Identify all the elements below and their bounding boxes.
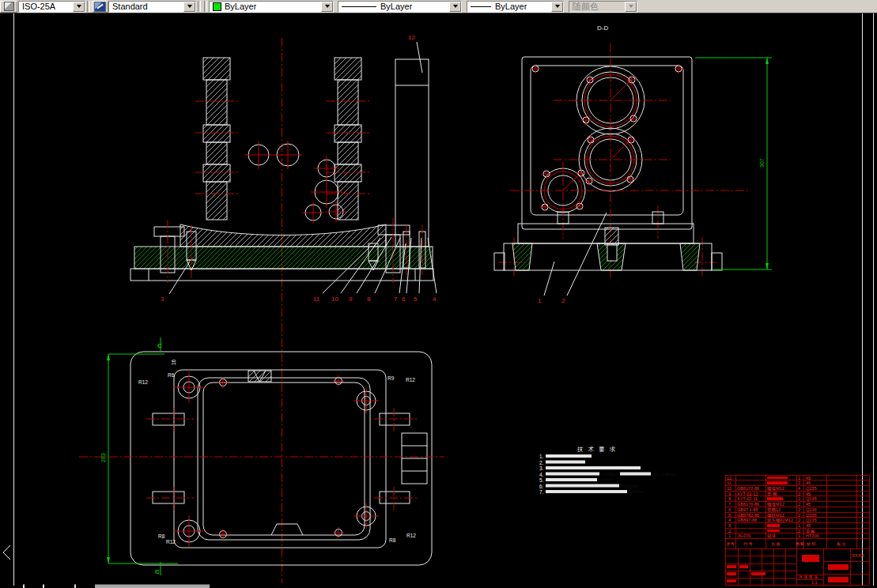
bom-rows: 12145 11245 10GB6172-86螺母M124Q235 9XYT-0… [727,476,819,539]
svg-text:XYT-02-11: XYT-02-11 [737,496,758,501]
part-label-12: 12 [408,34,415,41]
radius-label: R12 [406,377,415,383]
dim-style-combo[interactable]: ISO-25A [18,1,85,13]
dim-style-value: ISO-25A [22,2,55,11]
scrollbar-fragment[interactable] [95,585,210,588]
technical-requirements: 技 术 要 求 1. 2. 3. 4. 0.016mm 0.2—0.5mm. 5… [539,446,677,495]
part-label-7: 7 [394,296,398,303]
svg-text:2: 2 [798,496,800,501]
bearing-screw-holes [531,64,683,212]
svg-text:45: 45 [806,523,811,528]
toolbar-separator [204,1,207,12]
svg-text:GB97.1-85: GB97.1-85 [737,507,758,512]
drawing-canvas[interactable]: 3 11 10 9 8 7 6 5 4 12 D-D [0,13,877,588]
svg-text:1: 1 [798,476,800,481]
radius-label: R12 [138,379,148,385]
chevron-down-icon [625,2,637,12]
part-label-5: 5 [414,296,418,303]
svg-text:1: 1 [798,523,800,528]
svg-text:Q235: Q235 [806,513,816,518]
svg-text:GB6172-86: GB6172-86 [737,486,759,491]
bom-header: 数量 [796,541,804,546]
part-label-8: 8 [367,296,371,303]
color-swatch [213,2,221,11]
tech-req-value: 0.016mm. [620,484,640,488]
bom-header: 序号 [727,541,735,547]
side-section-view: D-D [494,24,772,304]
chevron-down-icon[interactable] [73,2,85,12]
svg-text:HT200: HT200 [806,533,819,538]
svg-text:12: 12 [727,476,731,481]
svg-text:6: 6 [728,507,731,512]
chevron-down-icon[interactable] [449,2,461,12]
svg-text:2: 2 [798,502,800,507]
chevron-down-icon[interactable] [551,2,563,12]
section-line-c: C C [155,337,162,575]
svg-text:XYT-02-12: XYT-02-12 [737,492,758,496]
svg-text:2: 2 [798,481,800,485]
text-style-combo[interactable]: Standard [108,1,196,13]
svg-text:5: 5 [728,513,731,518]
tech-req-value: 0.04mm. [628,489,645,494]
bom-header: 名 称 [771,541,780,546]
svg-text:4: 4 [728,518,731,522]
application-window: ISO-25A Standard ByLayer ByLayer ByLayer [0,0,877,588]
tech-req-no: 4. [539,472,544,477]
drawing-scale: 1:1 [811,580,818,585]
svg-text:Q235: Q235 [806,486,816,491]
svg-text:2: 2 [798,507,800,512]
chevron-down-icon[interactable] [321,2,333,12]
svg-text:金属: 金属 [806,529,815,533]
tech-req-value: 0.016mm [600,472,618,477]
svg-text:GB5782-86: GB5782-86 [737,513,759,518]
svg-text:双头螺柱M12: 双头螺柱M12 [766,518,793,522]
chevron-down-icon[interactable] [183,2,195,12]
tech-req-no: 3. [539,466,544,471]
front-section-view: 3 11 10 9 8 7 6 5 4 12 [130,34,607,583]
plan-view: 283 C C R12 R6 16 R9 R12 R8 R12 R8 R12 [79,337,444,575]
radius-label: R8 [389,537,396,543]
lineweight-combo[interactable]: ByLayer [467,1,564,13]
svg-text:垫 圈: 垫 圈 [767,492,777,497]
svg-text:2: 2 [798,518,800,522]
part-label-1: 1 [538,297,542,304]
svg-text:2: 2 [798,529,800,533]
svg-text:3: 3 [728,523,731,528]
company-name: XXXX [852,553,864,558]
toolbar-clipped-button[interactable] [0,1,17,13]
tech-req-value: 0.2—0.5mm. [652,472,677,477]
radius-label: R9 [387,375,395,381]
svg-text:9: 9 [728,492,731,496]
toolbar-separator [198,1,201,12]
text-style-button[interactable] [92,1,108,13]
bom-header: 材 料 [806,541,815,547]
tech-req-no: 5. [539,477,544,483]
svg-text:11: 11 [727,481,731,485]
svg-text:螺母M12: 螺母M12 [767,502,784,507]
clipped-icon [4,2,14,11]
color-combo[interactable]: ByLayer [209,1,334,13]
lineweight-value: ByLayer [495,2,527,11]
dimension-307: 307 [695,58,772,270]
dim-16-text: 16 [171,359,176,365]
radius-label: R8 [158,533,165,539]
svg-text:10: 10 [727,486,731,491]
svg-text:1: 1 [728,533,731,538]
dim-283-text: 283 [100,453,106,462]
color-value: ByLayer [225,2,256,11]
svg-text:螺母M12: 螺母M12 [767,486,784,491]
svg-text:2: 2 [798,513,800,518]
tech-req-no: 7. [539,489,544,495]
svg-text:7: 7 [728,502,731,507]
radius-label: R12 [406,533,416,538]
linetype-combo[interactable]: ByLayer [338,1,462,13]
text-style-value: Standard [112,2,148,11]
properties-toolbar: ISO-25A Standard ByLayer ByLayer ByLayer [0,0,877,13]
linetype-sample-icon [342,6,376,7]
sheet-info: 共 张 第 张 [799,575,818,580]
section-c-top: C [157,342,162,349]
svg-text:45: 45 [806,481,811,485]
svg-text:Q235: Q235 [806,518,816,522]
lineweight-sample-icon [471,6,491,7]
radius-label: R12 [166,539,176,545]
